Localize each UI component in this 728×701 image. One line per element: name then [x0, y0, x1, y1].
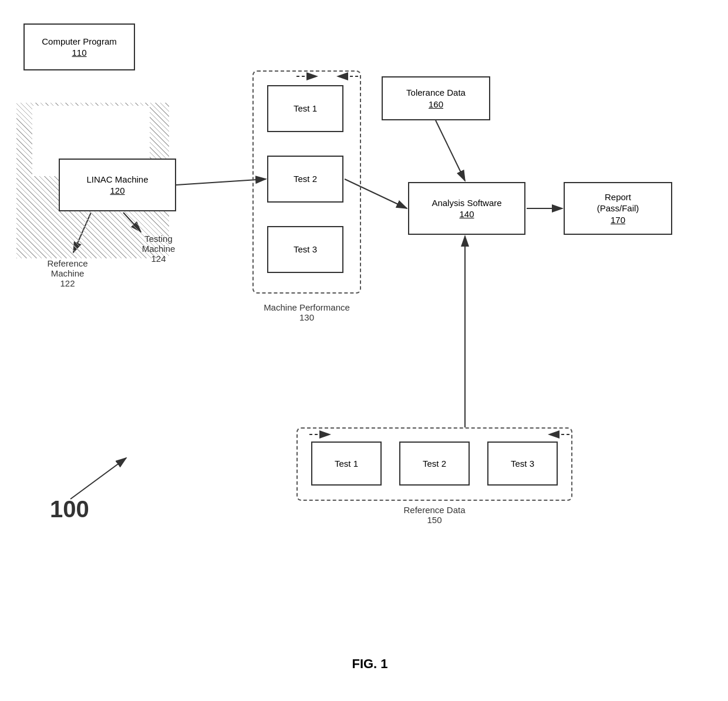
- computer-program-number: 110: [72, 47, 86, 59]
- rd-test3-label: Test 3: [511, 458, 534, 470]
- linac-label: LINAC Machine: [86, 174, 148, 186]
- tolerance-data-label: Tolerance Data: [406, 87, 466, 99]
- mp-test1-label: Test 1: [294, 103, 317, 114]
- machine-performance-label: Machine Performance 130: [252, 302, 361, 322]
- computer-program-box: Computer Program 110: [23, 23, 135, 70]
- rd-test1-label: Test 1: [335, 458, 358, 470]
- analysis-software-label: Analysis Software: [432, 197, 501, 209]
- report-label: Report(Pass/Fail): [597, 191, 639, 214]
- analysis-software-number: 140: [459, 208, 474, 220]
- rd-test3-box: Test 3: [487, 442, 558, 486]
- svg-line-4: [436, 120, 465, 181]
- tolerance-data-box: Tolerance Data 160: [382, 76, 490, 120]
- tolerance-data-number: 160: [429, 99, 443, 110]
- diagram-container: Computer Program 110 LINAC Machine 120 T…: [0, 0, 728, 701]
- mp-test1-box: Test 1: [267, 85, 343, 132]
- mp-test3-label: Test 3: [294, 244, 317, 255]
- report-box: Report(Pass/Fail) 170: [564, 182, 672, 235]
- svg-line-13: [70, 458, 126, 499]
- rd-test1-box: Test 1: [311, 442, 382, 486]
- rd-test2-label: Test 2: [423, 458, 446, 470]
- mp-test3-box: Test 3: [267, 226, 343, 273]
- linac-number: 120: [110, 185, 124, 197]
- reference-machine-label: ReferenceMachine122: [29, 258, 106, 288]
- computer-program-label: Computer Program: [42, 36, 117, 48]
- mp-test2-box: Test 2: [267, 156, 343, 203]
- rd-test2-box: Test 2: [399, 442, 470, 486]
- analysis-software-box: Analysis Software 140: [408, 182, 525, 235]
- diagram-number: 100: [50, 496, 89, 523]
- linac-machine-box: LINAC Machine 120: [59, 159, 176, 211]
- mp-test2-label: Test 2: [294, 173, 317, 185]
- testing-machine-label: TestingMachine124: [123, 234, 194, 264]
- figure-label: FIG. 1: [317, 656, 423, 672]
- report-number: 170: [611, 214, 625, 226]
- reference-data-label: Reference Data 150: [296, 505, 572, 525]
